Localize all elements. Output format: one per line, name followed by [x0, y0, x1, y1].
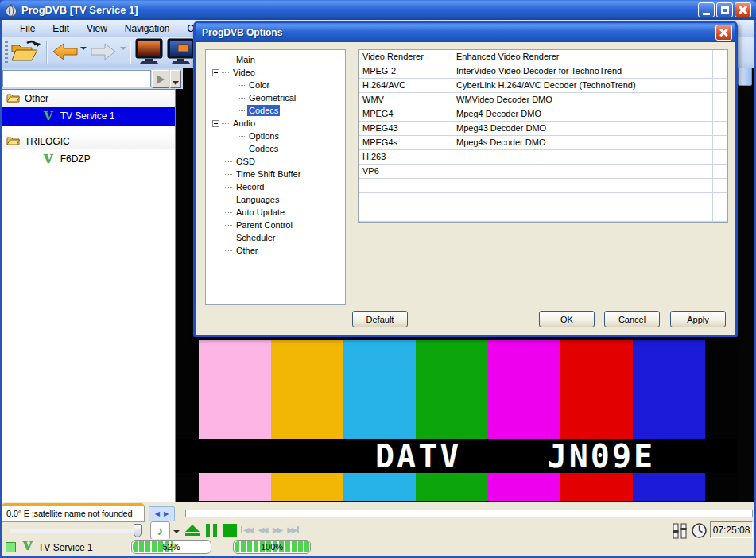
tree-connector [225, 212, 232, 213]
eject-button[interactable] [185, 525, 200, 536]
video-scrollbar[interactable] [738, 38, 752, 501]
codec-extra-cell [713, 50, 727, 64]
minimize-button[interactable] [698, 2, 715, 17]
options-tree: MainVideoColorGeometricalCodecsAudioOpti… [205, 49, 346, 305]
tree-item-options[interactable]: Options [206, 130, 345, 142]
codec-name-cell: Video Renderer [359, 50, 452, 64]
seek-bar[interactable] [185, 510, 753, 517]
open-playlist-button[interactable] [10, 38, 41, 68]
tab-nav-left-icon[interactable]: ◀ [155, 510, 160, 517]
pause-button[interactable] [206, 524, 217, 537]
channel-label: TV Service 1 [60, 110, 115, 122]
codec-decoder-cell [452, 193, 713, 207]
codec-table-row[interactable] [359, 179, 727, 193]
tab-nav-right-icon[interactable]: ▶ [164, 510, 169, 517]
codec-extra-cell [713, 122, 727, 135]
tree-item-codecs[interactable]: Codecs [206, 104, 345, 117]
collapse-minus-icon[interactable] [212, 120, 219, 127]
codec-decoder-cell [452, 179, 713, 192]
tree-item-time-shift-buffer[interactable]: Time Shift Buffer [206, 168, 345, 180]
filter-dropdown-button[interactable] [170, 70, 181, 88]
maximize-button[interactable] [716, 2, 733, 17]
rewind-button[interactable]: ◀◀ [258, 525, 266, 534]
menu-navigation[interactable]: Navigation [117, 21, 178, 36]
codec-table-row[interactable]: WMVWMVideo Decoder DMO [359, 93, 727, 107]
tree-item-scheduler[interactable]: Scheduler [206, 231, 345, 244]
tree-item-audio[interactable]: Audio [206, 117, 345, 130]
tree-item-label: Codecs [247, 143, 280, 154]
codec-decoder-cell: CyberLink H.264/AVC Decoder (TechnoTrend… [452, 79, 713, 92]
tree-item-parent-control[interactable]: Parent Control [206, 219, 345, 231]
audio-track-button[interactable]: ♪ [150, 521, 170, 540]
menu-view[interactable]: View [79, 21, 115, 36]
skip-to-end-button[interactable]: ▶▶ [287, 525, 298, 534]
skip-to-start-button[interactable]: ◀◀ [241, 525, 252, 534]
tree-item-main[interactable]: Main [206, 53, 345, 66]
window-monitor-button[interactable] [167, 38, 195, 68]
tree-item-other[interactable]: Other [206, 244, 345, 257]
codec-decoder-cell: Enhanced Video Renderer [452, 50, 713, 64]
codec-table-row[interactable] [359, 207, 727, 222]
tree-item-auto-update[interactable]: Auto Update [206, 206, 345, 219]
fast-forward-button[interactable]: ▶▶ [273, 525, 281, 534]
tree-item-color[interactable]: Color [206, 79, 345, 91]
menu-edit[interactable]: Edit [45, 21, 77, 36]
codec-table-row[interactable]: MPEG-2InterVideo Video Decoder for Techn… [359, 64, 727, 79]
signal-strength-value: 52% [132, 542, 211, 552]
close-button[interactable] [735, 2, 751, 17]
default-button[interactable]: Default [352, 311, 408, 327]
codec-extra-cell [713, 64, 727, 78]
channel-filter-input[interactable] [2, 70, 151, 87]
codec-table-row[interactable]: MPEG43Mpeg43 Decoder DMO [359, 122, 727, 136]
codec-name-cell: MPEG4s [359, 136, 452, 149]
audio-track-dropdown[interactable] [172, 526, 181, 537]
channel-group-header[interactable]: TRILOGIC [2, 133, 175, 149]
tab-nav-buttons[interactable]: ◀ ▶ [149, 506, 175, 521]
ok-button[interactable]: OK [539, 311, 595, 327]
color-bar-0 [199, 340, 271, 501]
tree-item-osd[interactable]: OSD [206, 155, 345, 168]
titlebar: ProgDVB [TV Service 1] [0, 0, 756, 20]
forward-dropdown-icon[interactable] [120, 50, 126, 64]
codec-table-row[interactable]: Video RendererEnhanced Video Renderer [359, 50, 727, 64]
tree-item-codecs[interactable]: Codecs [206, 142, 345, 155]
color-bar-2 [343, 340, 416, 501]
volume-slider-track[interactable] [10, 529, 142, 533]
clock-display: 07:25:08 [710, 521, 753, 538]
codec-name-cell: MPEG-2 [359, 64, 452, 78]
satellite-tab[interactable]: 0.0° E :satellite name not founded [2, 503, 145, 522]
fullscreen-monitor-button[interactable] [135, 38, 163, 68]
menu-file[interactable]: File [12, 21, 43, 36]
tree-item-languages[interactable]: Languages [206, 193, 345, 206]
stop-button[interactable] [223, 524, 237, 537]
dialog-close-button[interactable] [715, 25, 732, 41]
channel-group-header[interactable]: Other [2, 90, 175, 107]
toolbar-grip[interactable] [5, 41, 8, 64]
satellite-label: 0.0° E :satellite name not founded [6, 509, 132, 518]
codec-table-row[interactable]: H.263 [359, 150, 727, 165]
tree-connector [225, 161, 232, 162]
channel-item[interactable]: VTV Service 1 [2, 107, 175, 126]
collapse-minus-icon[interactable] [212, 69, 219, 76]
back-button[interactable] [52, 42, 79, 64]
apply-button[interactable]: Apply [670, 311, 726, 327]
tree-item-label: Record [235, 181, 266, 192]
codec-table-row[interactable]: MPEG4Mpeg4 Decoder DMO [359, 107, 727, 122]
volume-slider-thumb[interactable] [134, 524, 142, 537]
tree-item-video[interactable]: Video [206, 66, 345, 79]
tree-item-label: Other [235, 245, 260, 256]
codec-name-cell [359, 207, 452, 221]
back-dropdown-icon[interactable] [80, 50, 87, 64]
forward-button[interactable] [90, 42, 117, 64]
tree-item-geometrical[interactable]: Geometrical [206, 91, 345, 104]
channel-item[interactable]: VF6DZP [2, 149, 175, 169]
color-bar-4 [488, 340, 560, 501]
codec-table-row[interactable]: H.264/AVCCyberLink H.264/AVC Decoder (Te… [359, 79, 727, 93]
play-channel-button[interactable] [152, 70, 169, 88]
folder-icon [6, 135, 20, 148]
codec-table-row[interactable]: VP6 [359, 165, 727, 179]
cancel-button[interactable]: Cancel [604, 311, 660, 327]
codec-table-row[interactable]: MPEG4sMpeg4s Decoder DMO [359, 136, 727, 150]
tree-item-record[interactable]: Record [206, 180, 345, 193]
codec-table-row[interactable] [359, 193, 727, 207]
